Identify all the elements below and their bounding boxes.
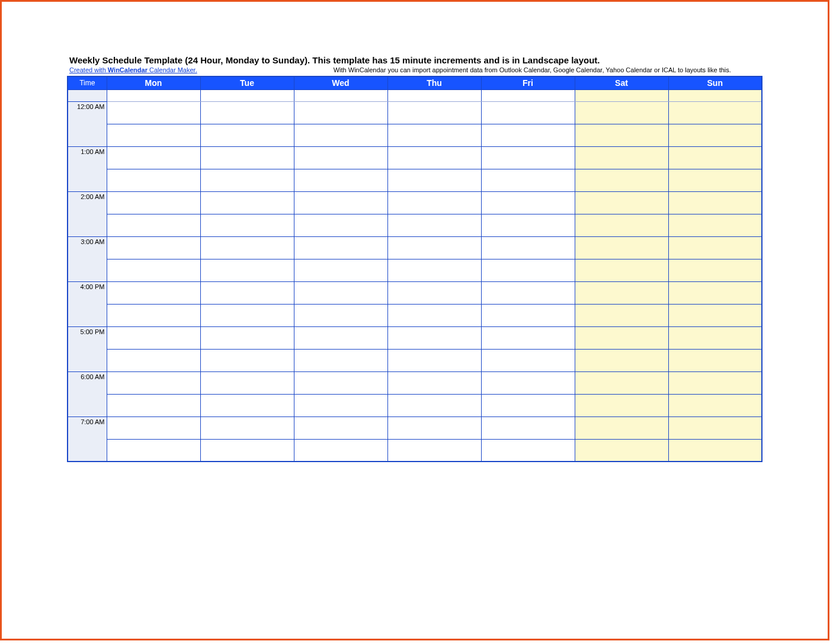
slot-cell[interactable]: [575, 281, 668, 304]
slot-cell[interactable]: [294, 394, 387, 416]
slot-cell[interactable]: [107, 416, 200, 439]
slot-cell[interactable]: [107, 101, 200, 124]
slot-cell[interactable]: [107, 146, 200, 169]
slot-cell[interactable]: [107, 394, 200, 416]
slot-cell[interactable]: [481, 89, 575, 101]
slot-cell[interactable]: [575, 101, 668, 124]
slot-cell[interactable]: [668, 236, 762, 259]
slot-cell[interactable]: [200, 371, 294, 394]
slot-cell[interactable]: [294, 169, 387, 191]
slot-cell[interactable]: [294, 124, 387, 146]
slot-cell[interactable]: [107, 214, 200, 236]
slot-cell[interactable]: [294, 349, 387, 371]
slot-cell[interactable]: [575, 124, 668, 146]
slot-cell[interactable]: [294, 89, 387, 101]
slot-cell[interactable]: [107, 439, 200, 462]
slot-cell[interactable]: [387, 89, 481, 101]
slot-cell[interactable]: [294, 439, 387, 462]
slot-cell[interactable]: [575, 236, 668, 259]
slot-cell[interactable]: [668, 124, 762, 146]
slot-cell[interactable]: [575, 89, 668, 101]
slot-cell[interactable]: [575, 439, 668, 462]
slot-cell[interactable]: [107, 191, 200, 214]
slot-cell[interactable]: [481, 259, 575, 281]
slot-cell[interactable]: [387, 236, 481, 259]
slot-cell[interactable]: [481, 439, 575, 462]
slot-cell[interactable]: [481, 101, 575, 124]
slot-cell[interactable]: [387, 191, 481, 214]
slot-cell[interactable]: [200, 101, 294, 124]
slot-cell[interactable]: [387, 281, 481, 304]
slot-cell[interactable]: [387, 214, 481, 236]
slot-cell[interactable]: [481, 394, 575, 416]
slot-cell[interactable]: [387, 371, 481, 394]
slot-cell[interactable]: [668, 416, 762, 439]
slot-cell[interactable]: [575, 371, 668, 394]
slot-cell[interactable]: [481, 416, 575, 439]
slot-cell[interactable]: [387, 259, 481, 281]
slot-cell[interactable]: [481, 326, 575, 349]
slot-cell[interactable]: [387, 169, 481, 191]
slot-cell[interactable]: [107, 326, 200, 349]
slot-cell[interactable]: [200, 146, 294, 169]
slot-cell[interactable]: [107, 169, 200, 191]
slot-cell[interactable]: [200, 416, 294, 439]
slot-cell[interactable]: [481, 236, 575, 259]
slot-cell[interactable]: [575, 349, 668, 371]
slot-cell[interactable]: [294, 236, 387, 259]
slot-cell[interactable]: [200, 439, 294, 462]
slot-cell[interactable]: [668, 146, 762, 169]
slot-cell[interactable]: [387, 326, 481, 349]
slot-cell[interactable]: [668, 326, 762, 349]
slot-cell[interactable]: [668, 259, 762, 281]
slot-cell[interactable]: [575, 259, 668, 281]
slot-cell[interactable]: [387, 146, 481, 169]
slot-cell[interactable]: [200, 326, 294, 349]
slot-cell[interactable]: [387, 304, 481, 326]
slot-cell[interactable]: [668, 89, 762, 101]
slot-cell[interactable]: [200, 214, 294, 236]
slot-cell[interactable]: [668, 281, 762, 304]
slot-cell[interactable]: [575, 191, 668, 214]
slot-cell[interactable]: [668, 371, 762, 394]
slot-cell[interactable]: [294, 101, 387, 124]
slot-cell[interactable]: [575, 394, 668, 416]
slot-cell[interactable]: [575, 326, 668, 349]
slot-cell[interactable]: [575, 304, 668, 326]
slot-cell[interactable]: [481, 124, 575, 146]
slot-cell[interactable]: [668, 349, 762, 371]
slot-cell[interactable]: [668, 101, 762, 124]
slot-cell[interactable]: [200, 124, 294, 146]
slot-cell[interactable]: [481, 191, 575, 214]
slot-cell[interactable]: [387, 101, 481, 124]
slot-cell[interactable]: [200, 259, 294, 281]
slot-cell[interactable]: [107, 304, 200, 326]
slot-cell[interactable]: [294, 214, 387, 236]
slot-cell[interactable]: [294, 259, 387, 281]
slot-cell[interactable]: [294, 146, 387, 169]
slot-cell[interactable]: [668, 214, 762, 236]
slot-cell[interactable]: [200, 169, 294, 191]
slot-cell[interactable]: [200, 191, 294, 214]
slot-cell[interactable]: [668, 304, 762, 326]
slot-cell[interactable]: [200, 349, 294, 371]
slot-cell[interactable]: [107, 89, 200, 101]
slot-cell[interactable]: [107, 124, 200, 146]
slot-cell[interactable]: [107, 259, 200, 281]
slot-cell[interactable]: [387, 416, 481, 439]
slot-cell[interactable]: [107, 236, 200, 259]
slot-cell[interactable]: [668, 191, 762, 214]
slot-cell[interactable]: [668, 439, 762, 462]
slot-cell[interactable]: [387, 124, 481, 146]
slot-cell[interactable]: [481, 304, 575, 326]
slot-cell[interactable]: [200, 236, 294, 259]
slot-cell[interactable]: [481, 349, 575, 371]
slot-cell[interactable]: [294, 191, 387, 214]
slot-cell[interactable]: [387, 349, 481, 371]
slot-cell[interactable]: [387, 439, 481, 462]
slot-cell[interactable]: [668, 394, 762, 416]
slot-cell[interactable]: [294, 416, 387, 439]
slot-cell[interactable]: [575, 146, 668, 169]
slot-cell[interactable]: [575, 416, 668, 439]
slot-cell[interactable]: [200, 281, 294, 304]
